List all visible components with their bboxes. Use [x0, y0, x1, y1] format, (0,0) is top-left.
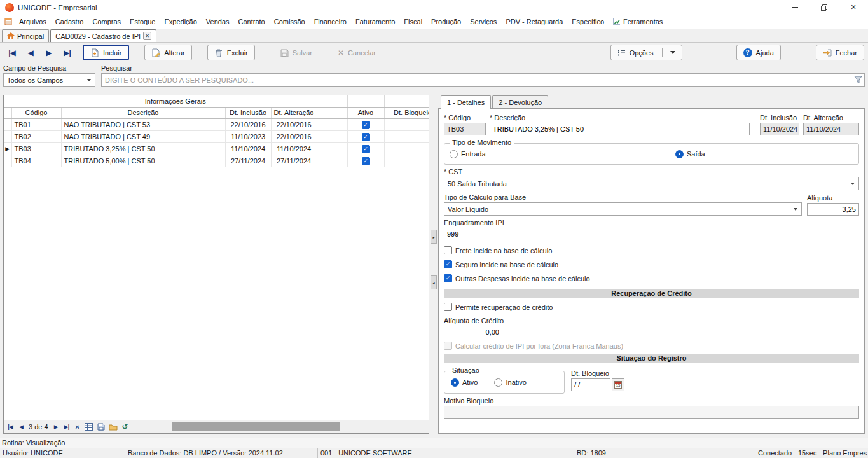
zona-franca-checkbox	[444, 342, 452, 350]
menu-item-producao[interactable]: Produção	[427, 15, 465, 29]
table-row-selected[interactable]: ▶ TB03 TRIBUTADO 3,25% | CST 50 11/10/20…	[4, 142, 429, 155]
radio-ativo-icon[interactable]	[451, 378, 459, 387]
campo-pesquisa-select[interactable]: Todos os Campos	[3, 73, 95, 87]
nav-last-button[interactable]: ▶|	[58, 45, 76, 60]
splitter-expand-icon[interactable]: ◂	[431, 275, 437, 289]
table-row[interactable]: TB04 TRIBUTADO 5,00% | CST 50 27/11/2024…	[4, 155, 429, 167]
search-input[interactable]	[101, 73, 865, 87]
minimize-button[interactable]	[780, 0, 809, 15]
menu-item-pdv-retaguarda[interactable]: PDV - Retaguarda	[501, 15, 567, 29]
opcoes-button[interactable]: Opções	[610, 45, 682, 60]
scrollbar-thumb[interactable]	[172, 422, 340, 431]
cst-select[interactable]: 50 Saída Tributada	[444, 177, 859, 190]
pager-cancel-icon[interactable]: ✕	[72, 422, 83, 433]
alterar-button[interactable]: Alterar	[144, 45, 191, 60]
radio-ativo[interactable]: Ativo	[451, 378, 478, 387]
col-ativo[interactable]: Ativo	[347, 107, 384, 118]
col-codigo[interactable]: Código	[11, 107, 61, 118]
fechar-button[interactable]: Fechar	[816, 45, 864, 60]
situacao-groupbox: Situação Ativo Inativo	[444, 371, 565, 394]
aliquota-field[interactable]	[807, 203, 859, 216]
horizontal-scrollbar[interactable]	[137, 422, 427, 432]
col-dt-inclusao[interactable]: Dt. Inclusão	[225, 107, 271, 118]
outras-despesas-checkbox-row[interactable]: ✓ Outras Despesas incide na base de cálc…	[444, 274, 859, 282]
menu-item-cadastro[interactable]: Cadastro	[51, 15, 88, 29]
menu-item-especifico[interactable]: Específico	[567, 15, 609, 29]
nav-prev-button[interactable]: ◀	[21, 45, 39, 60]
radio-inativo[interactable]: Inativo	[494, 378, 526, 387]
radio-inativo-icon[interactable]	[494, 378, 502, 387]
col-dt-alteracao[interactable]: Dt. Alteração	[271, 107, 317, 118]
splitter-collapse-icon[interactable]: ▸	[431, 230, 437, 244]
tab-principal[interactable]: Principal	[2, 29, 49, 42]
menu-item-estoque[interactable]: Estoque	[125, 15, 160, 29]
menu-item-ferramentas[interactable]: Ferramentas	[609, 15, 667, 29]
menu-item-faturamento[interactable]: Faturamento	[351, 15, 399, 29]
pager-first-button[interactable]: |◀	[5, 422, 15, 433]
aliquota-credito-field[interactable]	[444, 326, 502, 338]
outras-despesas-checkbox[interactable]: ✓	[444, 274, 452, 282]
panel-splitter[interactable]: ▸ ◂	[429, 95, 438, 434]
search-filter-icon[interactable]	[854, 76, 862, 84]
ferramentas-icon	[613, 18, 621, 25]
col-dt-bloqueio[interactable]: Dt. Bloqueio	[384, 107, 429, 118]
records-grid: Informações Gerais Código Descrição Dt. …	[4, 95, 429, 420]
nav-first-button[interactable]: |◀	[3, 45, 21, 60]
menu-item-arquivos[interactable]: Arquivos	[15, 15, 51, 29]
opcoes-dropdown-icon[interactable]	[670, 51, 675, 54]
menu-item-contrato[interactable]: Contrato	[234, 15, 270, 29]
calendar-button[interactable]: 15	[612, 378, 624, 391]
menu-item-servicos[interactable]: Serviços	[465, 15, 501, 29]
frete-checkbox-row[interactable]: Frete incide na base de cálculo	[444, 246, 859, 254]
grid-refresh-icon[interactable]: ↺	[120, 422, 131, 433]
grid-view-icon[interactable]	[83, 422, 95, 433]
radio-saida-icon[interactable]	[675, 150, 684, 158]
tab-devolucao[interactable]: 2 - Devolução	[492, 95, 548, 108]
motivo-bloqueio-field[interactable]	[444, 406, 859, 419]
dt-bloqueio-field[interactable]	[571, 378, 610, 391]
excluir-button[interactable]: Excluir	[207, 45, 255, 60]
radio-entrada-icon[interactable]	[450, 150, 458, 158]
restore-button[interactable]	[809, 0, 839, 15]
grid-group-header-row: Informações Gerais	[4, 95, 429, 107]
permite-recuperacao-checkbox[interactable]	[444, 303, 452, 311]
grid-save-icon[interactable]	[95, 422, 107, 433]
pesquisar-group: Pesquisar	[101, 64, 865, 87]
table-row[interactable]: TB01 NAO TRIBUTADO | CST 53 22/10/2016 2…	[4, 118, 429, 130]
enquadramento-field[interactable]	[444, 228, 504, 240]
seguro-checkbox-row[interactable]: ✓ Seguro incide na base de cálculo	[444, 260, 859, 268]
pager-prev-button[interactable]: ◀	[16, 422, 26, 433]
menu-item-financeiro[interactable]: Financeiro	[310, 15, 351, 29]
status-empresa: 001 - UNICODE SOFTWARE	[318, 448, 574, 458]
seguro-checkbox[interactable]: ✓	[444, 260, 452, 268]
pager-next-button[interactable]: ▶	[51, 422, 61, 433]
close-button[interactable]: ✕	[839, 0, 868, 15]
restore-icon	[821, 4, 827, 11]
menu-item-expedicao[interactable]: Expedição	[160, 15, 201, 29]
menu-item-comissao[interactable]: Comissão	[270, 15, 310, 29]
permite-recuperacao-checkbox-row[interactable]: Permite recuperação de crédito	[444, 303, 859, 311]
ativo-checkbox[interactable]: ✓	[362, 157, 370, 165]
menu-item-fiscal[interactable]: Fiscal	[399, 15, 427, 29]
menu-item-vendas[interactable]: Vendas	[202, 15, 234, 29]
col-descricao[interactable]: Descrição	[61, 107, 225, 118]
pager-last-button[interactable]: ▶|	[62, 422, 72, 433]
descricao-field[interactable]	[490, 123, 750, 135]
table-row[interactable]: TB02 NAO TRIBUTADO | CST 49 11/10/2023 2…	[4, 130, 429, 142]
tipo-calculo-select[interactable]: Valor Líquido	[444, 202, 802, 216]
frete-checkbox[interactable]	[444, 246, 452, 254]
radio-entrada[interactable]: Entrada	[450, 150, 486, 158]
ativo-checkbox[interactable]: ✓	[362, 133, 370, 141]
grid-folder-icon[interactable]	[107, 422, 119, 433]
tab-close-icon[interactable]: ✕	[143, 32, 151, 40]
col-selector	[4, 107, 11, 118]
incluir-button[interactable]: Incluir	[83, 45, 129, 60]
ativo-checkbox[interactable]: ✓	[362, 121, 370, 129]
tab-detalhes[interactable]: 1 - Detalhes	[441, 95, 491, 109]
menu-item-compras[interactable]: Compras	[88, 15, 125, 29]
radio-saida[interactable]: Saída	[675, 150, 705, 158]
nav-next-button[interactable]: ▶	[39, 45, 58, 60]
ajuda-button[interactable]: ? Ajuda	[736, 45, 781, 60]
ativo-checkbox[interactable]: ✓	[362, 145, 370, 153]
tab-cad0029-cadastro-ipi[interactable]: CAD0029 - Cadastro de IPI ✕	[50, 29, 156, 42]
